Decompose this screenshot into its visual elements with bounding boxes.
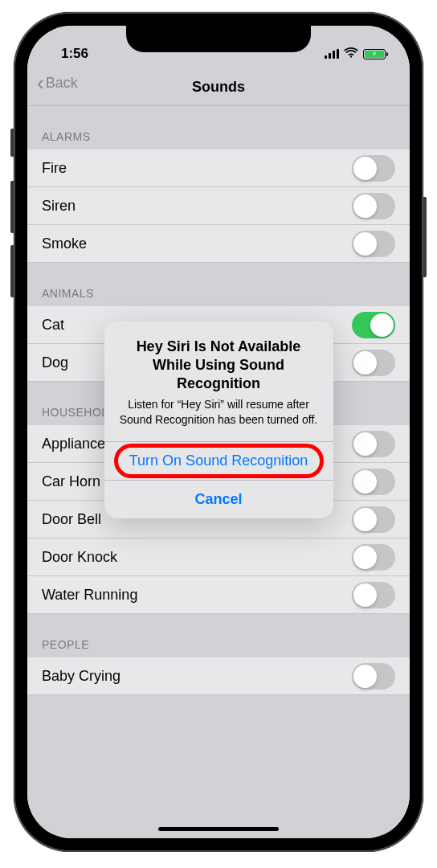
volume-down-button (10, 245, 14, 297)
screen: 1:56 ⚡︎ ‹ Back Sounds (27, 26, 410, 838)
alert-title: Hey Siri Is Not Available While Using So… (119, 338, 319, 394)
phone-frame: 1:56 ⚡︎ ‹ Back Sounds (14, 12, 423, 852)
home-indicator[interactable] (158, 827, 279, 831)
volume-up-button (10, 181, 14, 233)
cancel-button[interactable]: Cancel (104, 480, 333, 518)
alert-backdrop: Hey Siri Is Not Available While Using So… (27, 26, 410, 838)
turn-on-sound-recognition-button[interactable]: Turn On Sound Recognition (104, 441, 333, 480)
alert-confirm-label: Turn On Sound Recognition (129, 452, 308, 469)
alert-cancel-label: Cancel (194, 491, 242, 508)
mute-switch (10, 129, 14, 157)
alert-body: Hey Siri Is Not Available While Using So… (104, 321, 333, 442)
alert-dialog: Hey Siri Is Not Available While Using So… (104, 321, 333, 519)
power-button (423, 197, 427, 277)
alert-message: Listen for “Hey Siri” will resume after … (119, 397, 319, 428)
